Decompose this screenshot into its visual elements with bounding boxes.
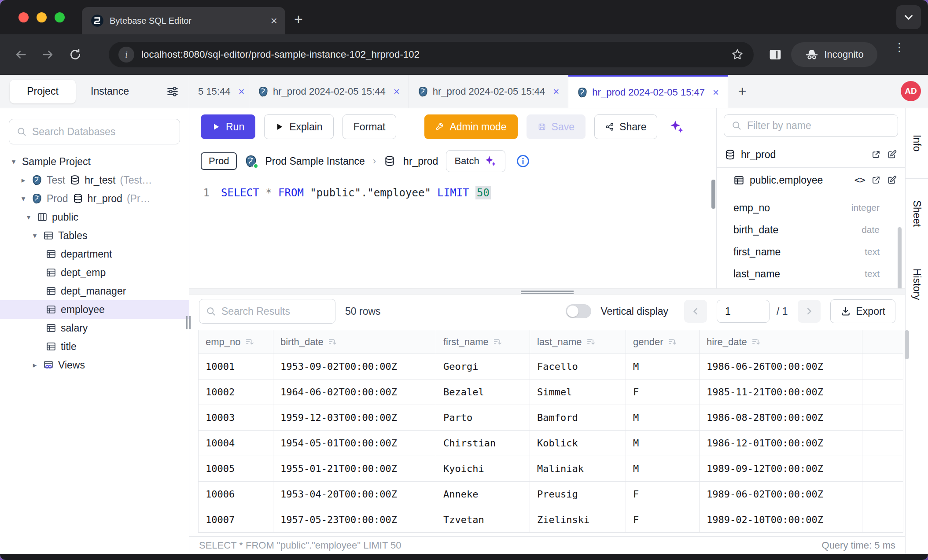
column-row[interactable]: emp_nointeger xyxy=(717,197,905,219)
side-tab-sheet[interactable]: Sheet xyxy=(906,179,928,249)
table-cell[interactable]: Zielinski xyxy=(530,507,626,532)
close-tab-icon[interactable]: × xyxy=(553,85,559,98)
table-cell[interactable]: M xyxy=(626,405,700,430)
browser-menu-button[interactable]: ⋮ xyxy=(894,44,902,50)
next-page-button[interactable] xyxy=(798,300,821,323)
tab-search-button[interactable] xyxy=(896,5,921,29)
sql-editor[interactable]: 1 SELECT * FROM "public"."employee" LIMI… xyxy=(189,177,716,288)
table-cell[interactable]: 1955-01-21T00:00:00Z xyxy=(273,456,436,481)
table-cell[interactable]: F xyxy=(626,379,700,405)
worksheet-tab-4[interactable]: hr_prod 2024-02-05 15:47× xyxy=(568,75,728,108)
share-button[interactable]: Share xyxy=(594,114,657,139)
new-tab-button[interactable]: + xyxy=(294,11,303,28)
caret-down-icon[interactable]: ▾ xyxy=(25,213,33,222)
table-cell[interactable]: 1986-12-01T00:00:00Z xyxy=(700,431,862,456)
sort-icon[interactable] xyxy=(245,337,254,346)
minimize-window-button[interactable] xyxy=(37,12,47,22)
database-name[interactable]: hr_prod xyxy=(403,155,438,167)
table-cell[interactable]: Anneke xyxy=(436,482,530,507)
table-cell[interactable]: 1986-06-26T00:00:00Z xyxy=(700,354,862,379)
close-tab-icon[interactable]: × xyxy=(271,15,277,26)
new-worksheet-button[interactable]: + xyxy=(728,75,756,108)
tree-item-schema-public[interactable]: ▾ public xyxy=(0,208,189,226)
table-cell[interactable]: F xyxy=(626,507,700,532)
column-row[interactable]: last_nametext xyxy=(717,263,905,285)
table-cell[interactable]: Preusig xyxy=(530,482,626,507)
database-search-input[interactable]: Search Databases xyxy=(9,119,180,144)
header-cell-hire_date[interactable]: hire_date xyxy=(700,330,862,354)
close-tab-icon[interactable]: × xyxy=(238,85,244,98)
table-cell[interactable]: M xyxy=(626,431,700,456)
table-cell[interactable]: 1989-09-12T00:00:00Z xyxy=(700,456,862,481)
ai-assistant-icon[interactable] xyxy=(669,119,685,135)
table-cell[interactable]: 10007 xyxy=(199,507,273,532)
caret-right-icon[interactable]: ▸ xyxy=(31,361,39,370)
info-icon[interactable] xyxy=(516,154,530,168)
table-cell[interactable]: 10006 xyxy=(199,482,273,507)
table-cell[interactable]: 10001 xyxy=(199,354,273,379)
save-button[interactable]: Save xyxy=(527,114,586,139)
forward-button[interactable] xyxy=(41,48,55,61)
close-tab-icon[interactable]: × xyxy=(394,85,400,98)
browser-tab[interactable]: Bytebase SQL Editor × xyxy=(82,7,285,34)
caret-right-icon[interactable]: ▸ xyxy=(19,176,27,185)
sort-icon[interactable] xyxy=(328,337,337,346)
header-cell-last_name[interactable]: last_name xyxy=(530,330,626,354)
side-panel-icon[interactable] xyxy=(768,48,782,62)
panel-divider[interactable] xyxy=(189,288,905,295)
column-row[interactable]: birth_datedate xyxy=(717,219,905,241)
tree-item-project[interactable]: ▾ Sample Project xyxy=(0,152,189,171)
sort-icon[interactable] xyxy=(586,337,596,346)
schema-database-row[interactable]: hr_prod xyxy=(717,142,905,168)
bookmark-star-icon[interactable] xyxy=(731,48,744,61)
results-search-input[interactable]: Search Results xyxy=(199,299,335,324)
table-cell[interactable]: Georgi xyxy=(436,354,530,379)
user-avatar[interactable]: AD xyxy=(901,81,921,101)
table-cell[interactable]: Maliniak xyxy=(530,456,626,481)
schema-scrollbar[interactable] xyxy=(898,227,902,293)
back-button[interactable] xyxy=(14,48,27,61)
side-tab-history[interactable]: History xyxy=(906,249,928,320)
table-cell[interactable]: Simmel xyxy=(530,379,626,405)
admin-mode-button[interactable]: Admin mode xyxy=(424,114,517,139)
tree-item-views[interactable]: ▸ Views xyxy=(0,356,189,374)
external-link-icon[interactable] xyxy=(871,175,881,185)
tree-item-table-employee[interactable]: employee xyxy=(0,300,189,319)
caret-down-icon[interactable]: ▾ xyxy=(10,157,18,166)
worksheet-tab-3[interactable]: hr_prod 2024-02-05 15:44× xyxy=(409,75,569,108)
table-cell[interactable]: 1954-05-01T00:00:00Z xyxy=(273,431,436,456)
format-button[interactable]: Format xyxy=(342,114,397,139)
table-cell[interactable]: 10002 xyxy=(199,379,273,405)
reload-button[interactable] xyxy=(69,48,82,61)
header-cell-first_name[interactable]: first_name xyxy=(436,330,530,354)
caret-down-icon[interactable]: ▾ xyxy=(31,231,39,240)
editor-scrollbar[interactable] xyxy=(711,180,715,209)
instance-name[interactable]: Prod Sample Instance xyxy=(265,155,365,167)
table-cell[interactable]: Kyoichi xyxy=(436,456,530,481)
header-cell-gender[interactable]: gender xyxy=(626,330,700,354)
external-link-icon[interactable] xyxy=(871,149,881,160)
tree-item-tables[interactable]: ▾ Tables xyxy=(0,226,189,245)
explain-button[interactable]: Explain xyxy=(264,114,333,139)
table-cell[interactable]: 1989-02-10T00:00:00Z xyxy=(700,507,862,532)
column-row[interactable]: first_nametext xyxy=(717,241,905,263)
table-cell[interactable]: 1989-06-02T00:00:00Z xyxy=(700,482,862,507)
table-cell[interactable]: 1986-08-28T00:00:00Z xyxy=(700,405,862,430)
side-tab-info[interactable]: Info xyxy=(906,108,928,179)
close-window-button[interactable] xyxy=(18,12,29,22)
filter-settings-icon[interactable] xyxy=(166,85,179,98)
tree-item-db-hr_test[interactable]: ▸ Test hr_test (Test… xyxy=(0,171,189,189)
table-cell[interactable]: Facello xyxy=(530,354,626,379)
tab-project[interactable]: Project xyxy=(10,80,76,103)
table-cell[interactable]: M xyxy=(626,456,700,481)
tree-item-table-title[interactable]: title xyxy=(0,337,189,356)
table-cell[interactable]: 10005 xyxy=(199,456,273,481)
table-cell[interactable]: M xyxy=(626,354,700,379)
prev-page-button[interactable] xyxy=(684,300,707,323)
close-tab-icon[interactable]: × xyxy=(713,86,719,99)
table-cell[interactable]: Koblick xyxy=(530,431,626,456)
schema-filter-input[interactable]: Filter by name xyxy=(724,114,898,137)
worksheet-tab-2[interactable]: hr_prod 2024-02-05 15:44× xyxy=(249,75,409,108)
table-cell[interactable]: Bezalel xyxy=(436,379,530,405)
tree-item-table-department[interactable]: department xyxy=(0,245,189,263)
